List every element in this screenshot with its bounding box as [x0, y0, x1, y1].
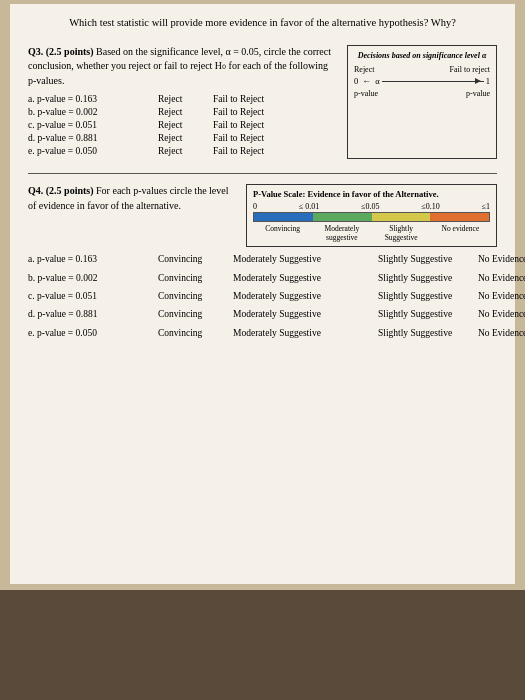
- scale-bar: [253, 212, 490, 222]
- q4-row-slightly: Slightly Suggestive: [378, 272, 478, 284]
- scale-label-1: Convincing: [253, 224, 312, 242]
- q4-section: Q4. (2.5 points) For each p-values circl…: [28, 184, 497, 339]
- q3-row-label: c. p-value = 0.051: [28, 120, 158, 130]
- q4-row-convincing: Convincing: [158, 253, 233, 265]
- q4-row-convincing: Convincing: [158, 290, 233, 302]
- q3-pvalue-row: p-value p-value: [354, 89, 490, 98]
- q3-left: Q3. (2.5 points) Based on the significan…: [28, 45, 337, 160]
- q4-row-moderately: Moderately Suggestive: [233, 327, 378, 339]
- q3-row-label: a. p-value = 0.163: [28, 94, 158, 104]
- q4-top: Q4. (2.5 points) For each p-values circl…: [28, 184, 497, 247]
- q4-row-slightly: Slightly Suggestive: [378, 308, 478, 320]
- q4-row-convincing: Convincing: [158, 327, 233, 339]
- q4-row: a. p-value = 0.163 Convincing Moderately…: [28, 253, 497, 265]
- scale-labels: Convincing Moderatelysuggestive Slightly…: [253, 224, 490, 242]
- scale-num-1: ≤ 0.01: [299, 202, 319, 211]
- q3-row: d. p-value = 0.881 Reject Fail to Reject: [28, 133, 337, 143]
- scale-seg-slightly: [372, 213, 431, 221]
- q3-zero: 0: [354, 76, 358, 86]
- q3-row-label: d. p-value = 0.881: [28, 133, 158, 143]
- scale-seg-moderately: [313, 213, 372, 221]
- q4-row: b. p-value = 0.002 Convincing Moderately…: [28, 272, 497, 284]
- q3-decision-box: Decisions based on significance level α …: [347, 45, 497, 160]
- q4-row-moderately: Moderately Suggestive: [233, 272, 378, 284]
- q4-row-label: b. p-value = 0.002: [28, 272, 158, 284]
- q3-one: 1: [486, 76, 490, 86]
- q4-row-slightly: Slightly Suggestive: [378, 253, 478, 265]
- q4-row-moderately: Moderately Suggestive: [233, 308, 378, 320]
- scale-label-4: No evidence: [431, 224, 490, 242]
- q4-row-no-evidence: No Evidence: [478, 290, 525, 302]
- q3-row: a. p-value = 0.163 Reject Fail to Reject: [28, 94, 337, 104]
- q3-row-fail: Fail to Reject: [213, 120, 303, 130]
- q3-section: Q3. (2.5 points) Based on the significan…: [28, 45, 497, 160]
- q3-row-fail: Fail to Reject: [213, 94, 303, 104]
- q3-reject-label: Reject: [354, 65, 374, 74]
- q3-arrow-line: [382, 81, 484, 82]
- scale-num-4: ≤1: [482, 202, 490, 211]
- q4-title-bold: Q4. (2.5 points): [28, 185, 94, 196]
- q3-row-reject: Reject: [158, 120, 213, 130]
- q3-row-fail: Fail to Reject: [213, 133, 303, 143]
- scale-title: P-Value Scale: Evidence in favor of the …: [253, 189, 490, 199]
- bottom-dark-area: [0, 590, 525, 700]
- q3-row-label: e. p-value = 0.050: [28, 146, 158, 156]
- q3-box-header: Reject Fail to reject: [354, 65, 490, 74]
- q4-row-moderately: Moderately Suggestive: [233, 253, 378, 265]
- q3-row-fail: Fail to Reject: [213, 107, 303, 117]
- q3-alpha: α: [375, 76, 379, 86]
- scale-box: P-Value Scale: Evidence in favor of the …: [246, 184, 497, 247]
- q4-row-no-evidence: No Evidence: [478, 253, 525, 265]
- scale-num-3: ≤0.10: [421, 202, 439, 211]
- q4-row: c. p-value = 0.051 Convincing Moderately…: [28, 290, 497, 302]
- q3-rows: a. p-value = 0.163 Reject Fail to Reject…: [28, 94, 337, 156]
- q4-row-slightly: Slightly Suggestive: [378, 290, 478, 302]
- scale-num-2: ≤0.05: [361, 202, 379, 211]
- q3-pvalue-left: p-value: [354, 89, 378, 98]
- q3-arrow-row: 0 ← α 1: [354, 76, 490, 86]
- q3-left-arrow: ←: [362, 76, 371, 86]
- q3-row-reject: Reject: [158, 133, 213, 143]
- q4-row-slightly: Slightly Suggestive: [378, 327, 478, 339]
- q4-row-no-evidence: No Evidence: [478, 308, 525, 320]
- q3-row-fail: Fail to Reject: [213, 146, 303, 156]
- q4-row-convincing: Convincing: [158, 308, 233, 320]
- q3-title: Q3. (2.5 points) Based on the significan…: [28, 45, 337, 89]
- q3-box-title: Decisions based on significance level α: [354, 51, 490, 61]
- q3-row: b. p-value = 0.002 Reject Fail to Reject: [28, 107, 337, 117]
- scale-numbers: 0 ≤ 0.01 ≤0.05 ≤0.10 ≤1: [253, 202, 490, 211]
- q3-row: e. p-value = 0.050 Reject Fail to Reject: [28, 146, 337, 156]
- q4-row-label: c. p-value = 0.051: [28, 290, 158, 302]
- q3-row-reject: Reject: [158, 146, 213, 156]
- q4-row-label: d. p-value = 0.881: [28, 308, 158, 320]
- q3-row-label: b. p-value = 0.002: [28, 107, 158, 117]
- q3-pvalue-right: p-value: [466, 89, 490, 98]
- q4-row: d. p-value = 0.881 Convincing Moderately…: [28, 308, 497, 320]
- top-question: Which test statistic will provide more e…: [28, 16, 497, 31]
- q4-row: e. p-value = 0.050 Convincing Moderately…: [28, 327, 497, 339]
- q3-fail-label: Fail to reject: [450, 65, 490, 74]
- scale-label-3: SlightlySuggestive: [372, 224, 431, 242]
- q4-row-no-evidence: No Evidence: [478, 272, 525, 284]
- scale-seg-no-evidence: [430, 213, 489, 221]
- q3-title-bold: Q3. (2.5 points): [28, 46, 94, 57]
- q4-rows: a. p-value = 0.163 Convincing Moderately…: [28, 253, 497, 339]
- section-divider: [28, 173, 497, 174]
- scale-num-0: 0: [253, 202, 257, 211]
- q3-row-reject: Reject: [158, 107, 213, 117]
- q4-row-no-evidence: No Evidence: [478, 327, 525, 339]
- q4-title: Q4. (2.5 points) For each p-values circl…: [28, 184, 238, 247]
- q4-row-label: a. p-value = 0.163: [28, 253, 158, 265]
- q3-row-reject: Reject: [158, 94, 213, 104]
- scale-seg-convincing: [254, 213, 313, 221]
- q4-row-moderately: Moderately Suggestive: [233, 290, 378, 302]
- scale-label-2: Moderatelysuggestive: [312, 224, 371, 242]
- q3-row: c. p-value = 0.051 Reject Fail to Reject: [28, 120, 337, 130]
- q4-row-label: e. p-value = 0.050: [28, 327, 158, 339]
- q4-row-convincing: Convincing: [158, 272, 233, 284]
